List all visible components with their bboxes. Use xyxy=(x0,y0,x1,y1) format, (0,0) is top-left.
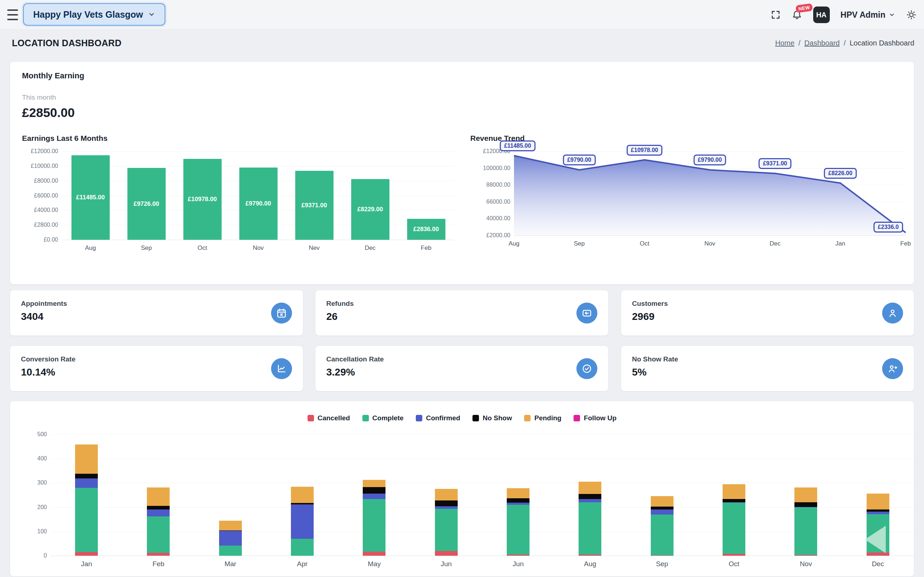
bar-slot: £9790.00 xyxy=(230,168,286,240)
calendar-x-icon[interactable] xyxy=(271,303,292,324)
user-menu[interactable]: HPV Admin xyxy=(840,10,895,20)
bar-segment-complete xyxy=(507,505,529,554)
data-point-label[interactable]: £10978.00 xyxy=(627,145,663,156)
bar-segment-confirmed xyxy=(579,499,601,502)
bar-slot: £8229.00 xyxy=(342,179,398,240)
x-axis: AugSepOctNovNevDecFeb xyxy=(63,245,454,251)
gridline xyxy=(514,235,906,236)
bar-slot xyxy=(338,480,410,556)
x-axis-label: Nov xyxy=(770,560,842,568)
x-axis-label: Mar xyxy=(194,560,267,568)
bar-segment-no-show xyxy=(723,499,745,502)
y-axis: £12000.00100000.0088000.0066000.0040000.… xyxy=(468,151,510,235)
breadcrumb: Home / Dashboard / Location Dashboard xyxy=(775,39,914,47)
gridline xyxy=(63,240,454,240)
stacked-bar[interactable] xyxy=(507,488,529,556)
chart-line-icon[interactable] xyxy=(271,358,292,379)
bar-slot: £11485.00 xyxy=(63,155,118,240)
bar-segment-complete xyxy=(219,546,242,556)
bar-segment-confirmed xyxy=(147,509,170,516)
x-axis-label: Aug xyxy=(554,560,626,568)
sun-icon xyxy=(906,10,917,20)
stacked-bar[interactable] xyxy=(363,480,386,556)
page-head: LOCATION DASHBOARD Home / Dashboard / Lo… xyxy=(12,38,914,48)
stat-label: Conversion Rate xyxy=(21,355,76,363)
bar-segment-cancelled xyxy=(363,552,386,556)
bar-slot xyxy=(267,487,338,556)
data-point-label[interactable]: £9790.00 xyxy=(693,155,726,165)
x-axis-label: Aug xyxy=(63,245,118,251)
bar-slot xyxy=(410,489,482,556)
y-axis-tick: £10000.00 xyxy=(31,163,58,169)
menu-toggle-button[interactable] xyxy=(7,10,19,20)
bar-segment-no-show xyxy=(507,498,529,503)
stacked-bar[interactable] xyxy=(291,487,313,556)
y-axis-tick: 0 xyxy=(44,553,47,559)
user-name: HPV Admin xyxy=(840,10,885,20)
bar-segment-cancelled xyxy=(651,555,673,556)
stacked-bar[interactable] xyxy=(147,487,170,556)
data-point-label[interactable]: £8226.00 xyxy=(824,168,857,179)
earnings-bar[interactable]: £9790.00 xyxy=(239,168,278,240)
bar-segment-confirmed xyxy=(867,512,889,514)
fullscreen-button[interactable] xyxy=(771,10,781,20)
page-title: LOCATION DASHBOARD xyxy=(12,38,122,48)
earnings-bar-chart: £12000.00£10000.00£8000.00£6000.00£4000.… xyxy=(22,151,457,274)
x-axis: JanFebMarAprMayJunJunAugSepOctNovDec xyxy=(51,560,914,568)
breadcrumb-separator: / xyxy=(844,39,846,47)
y-axis-tick: £0.00 xyxy=(44,237,58,243)
earnings-bar[interactable]: £9726.00 xyxy=(127,168,166,240)
theme-toggle-button[interactable] xyxy=(906,10,917,20)
topbar-actions: NEW HA HPV Admin xyxy=(771,0,917,30)
breadcrumb-home[interactable]: Home xyxy=(775,39,794,47)
y-axis-tick: 100 xyxy=(37,528,47,535)
topbar: Happy Play Vets Glasgow NEW HA HPV Admin xyxy=(0,0,924,30)
monthly-earning-title: Monthly Earning xyxy=(22,71,84,81)
bar-value-label: £10978.00 xyxy=(188,196,217,203)
person-icon[interactable] xyxy=(882,303,903,324)
person-plus-icon[interactable] xyxy=(882,358,903,379)
data-point-label[interactable]: £9371.00 xyxy=(759,158,792,169)
bar-value-label: £2836.00 xyxy=(413,226,439,233)
bar-segment-cancelled xyxy=(579,554,601,556)
bar-segment-pending xyxy=(219,521,242,530)
x-axis-label: Nev xyxy=(286,245,342,251)
avatar[interactable]: HA xyxy=(813,6,830,23)
stat-label: Refunds xyxy=(326,300,354,308)
notifications-button[interactable]: NEW xyxy=(792,10,802,20)
earnings-bar[interactable]: £2836.00 xyxy=(407,219,445,240)
earnings-bar[interactable]: £8229.00 xyxy=(351,179,389,240)
stacked-bar[interactable] xyxy=(579,482,601,556)
y-axis-tick: 88000.00 xyxy=(486,182,510,188)
x-axis-label: Sep xyxy=(574,240,585,247)
y-axis-tick: 200 xyxy=(37,504,47,511)
period-label: This month xyxy=(22,93,56,102)
earnings-bar[interactable]: £10978.00 xyxy=(183,159,222,240)
bar-segment-pending xyxy=(651,496,673,506)
stacked-bar[interactable] xyxy=(723,484,745,556)
bar-segment-pending xyxy=(579,482,601,494)
stacked-bar[interactable] xyxy=(794,487,817,556)
x-axis-label: Dec xyxy=(770,240,780,247)
bar-segment-complete xyxy=(291,539,313,556)
breadcrumb-dashboard[interactable]: Dashboard xyxy=(805,39,840,47)
refund-receipt-icon[interactable] xyxy=(577,303,597,324)
stacked-bar[interactable] xyxy=(75,445,98,556)
stacked-bar[interactable] xyxy=(219,521,242,556)
earnings-card: Monthly Earning This month £2850.00 Earn… xyxy=(10,61,914,285)
monthly-earning-amount: £2850.00 xyxy=(22,105,75,120)
check-circle-icon[interactable] xyxy=(577,358,597,379)
earnings-bar[interactable]: £9371.00 xyxy=(295,171,334,240)
plot-area xyxy=(51,434,914,556)
plot-area: £11485.00£9790.00£10978.00£9790.00£9371.… xyxy=(514,151,906,235)
data-point-label[interactable]: £2336.0 xyxy=(873,222,903,232)
location-selector[interactable]: Happy Play Vets Glasgow xyxy=(23,3,165,26)
stacked-bar[interactable] xyxy=(435,489,458,556)
earnings-bar[interactable]: £11485.00 xyxy=(71,155,110,240)
data-point-label[interactable]: £11485.00 xyxy=(500,140,536,151)
stacked-bar[interactable] xyxy=(651,496,673,556)
data-point-label[interactable]: £9790.00 xyxy=(563,155,596,165)
x-axis-label: Dec xyxy=(342,245,398,251)
stat-card-customers: Customers 2969 xyxy=(621,290,914,336)
y-axis-tick: £12000.00 xyxy=(31,148,58,155)
